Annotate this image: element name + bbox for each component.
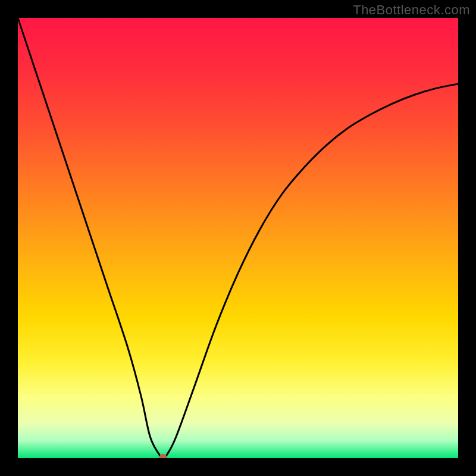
chart-area bbox=[18, 18, 458, 458]
gradient-background bbox=[18, 18, 458, 458]
watermark-text: TheBottleneck.com bbox=[353, 2, 470, 18]
svg-rect-0 bbox=[18, 18, 458, 458]
optimal-point-marker bbox=[159, 454, 167, 458]
